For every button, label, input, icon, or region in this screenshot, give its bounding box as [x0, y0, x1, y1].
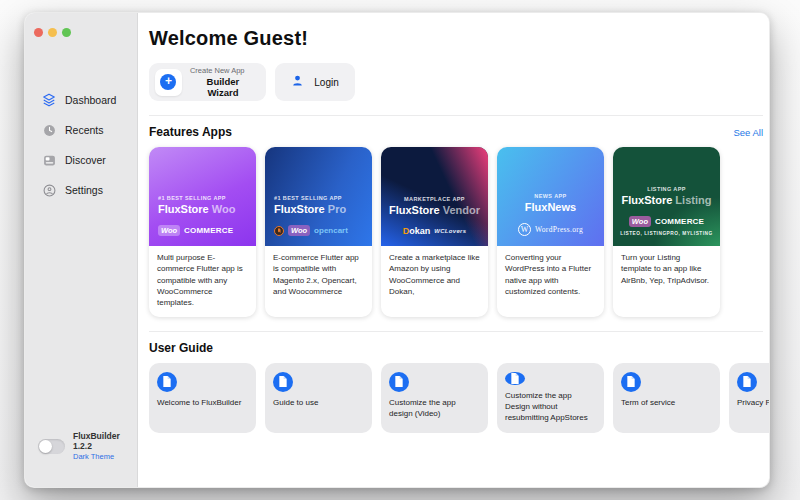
card-title: FluxStore Pro [274, 203, 364, 215]
close-button[interactable] [34, 28, 43, 37]
feature-card-fluxstore-vendor[interactable]: MARKETPLACE APP FluxStore Vendor Dokan W… [381, 147, 488, 317]
minimize-button[interactable] [48, 28, 57, 37]
card-title: FluxStore Woo [158, 203, 248, 215]
guide-card-privacy-policy[interactable]: Privacy Policy [729, 363, 769, 433]
woo-badge-icon: Woo [629, 216, 651, 227]
sidebar-item-dashboard[interactable]: Dashboard [25, 85, 137, 115]
guide-card-customize-without-resubmitting[interactable]: Customize the app Design without resubmi… [497, 363, 604, 433]
guide-card-term-of-service[interactable]: Term of service [613, 363, 720, 433]
create-button-subtitle: Create New App [190, 66, 245, 75]
plus-icon: + [155, 69, 182, 96]
woo-badge-icon: Woo [288, 225, 310, 236]
feature-card-fluxstore-listing[interactable]: LISTING APP FluxStore Listing Woo COMMER… [613, 147, 720, 317]
card-hero: #1 BEST SELLING APP FluxStore Woo Woo CO… [149, 147, 256, 246]
magento-icon [274, 226, 284, 236]
card-tag: LISTING APP [647, 186, 686, 192]
card-tag: #1 BEST SELLING APP [274, 195, 364, 201]
sidebar-nav: Dashboard Recents [25, 85, 137, 205]
sidebar-item-label: Dashboard [65, 94, 116, 106]
create-button-title: Builder Wizard [190, 76, 256, 98]
sidebar-item-label: Discover [65, 154, 106, 166]
document-icon [621, 372, 641, 392]
card-title: FluxStore Listing [622, 194, 712, 206]
card-hero: MARKETPLACE APP FluxStore Vendor Dokan W… [381, 147, 488, 246]
dokan-logo: Dokan [403, 226, 431, 236]
user-guide-heading: User Guide [149, 341, 213, 355]
login-button[interactable]: Login [275, 63, 355, 101]
document-icon [505, 372, 525, 386]
platform-logos: Dokan WCLovers [403, 226, 467, 236]
dark-theme-label[interactable]: Dark Theme [73, 452, 137, 461]
document-icon [273, 372, 293, 392]
guide-card-label: Term of service [621, 398, 712, 409]
guide-card-label: Guide to use [273, 398, 364, 409]
card-description: Converting your WordPress into a Flutter… [497, 246, 604, 305]
window-controls [25, 13, 137, 37]
wordpress-logo: W WordPress.org [518, 223, 583, 236]
features-section-header: Features Apps See All [149, 125, 763, 139]
divider [149, 115, 763, 116]
card-title: FluxNews [525, 201, 576, 213]
card-hero: LISTING APP FluxStore Listing Woo COMMER… [613, 147, 720, 246]
wclovers-logo: WCLovers [434, 228, 466, 234]
create-new-app-button[interactable]: + Create New App Builder Wizard [149, 63, 266, 101]
document-icon [737, 372, 757, 392]
dark-theme-toggle[interactable] [38, 439, 65, 454]
woocommerce-logo: Woo COMMERCE [158, 225, 248, 236]
guide-card-label: Customize the app Design without resubmi… [505, 391, 596, 423]
account-icon [42, 183, 56, 197]
card-tag: NEWS APP [534, 193, 566, 199]
feature-card-fluxstore-woo[interactable]: #1 BEST SELLING APP FluxStore Woo Woo CO… [149, 147, 256, 317]
guide-card-label: Privacy Policy [737, 398, 769, 409]
sidebar: Dashboard Recents [25, 13, 138, 487]
feature-card-fluxstore-pro[interactable]: #1 BEST SELLING APP FluxStore Pro Woo op… [265, 147, 372, 317]
toggle-knob [39, 440, 52, 453]
card-tag: #1 BEST SELLING APP [158, 195, 248, 201]
app-window: Dashboard Recents [24, 12, 770, 488]
opencart-logo: opencart [314, 226, 348, 235]
guide-card-welcome[interactable]: Welcome to FluxBuilder [149, 363, 256, 433]
guide-section-header: User Guide [149, 341, 763, 355]
divider [149, 331, 763, 332]
guide-card-guide-to-use[interactable]: Guide to use [265, 363, 372, 433]
guide-card-label: Customize the app design (Video) [389, 398, 480, 420]
card-title: FluxStore Vendor [389, 204, 480, 216]
user-guide-row: Welcome to FluxBuilder Guide to use Cust… [149, 363, 769, 433]
card-hero: NEWS APP FluxNews W WordPress.org [497, 147, 604, 246]
card-hero: #1 BEST SELLING APP FluxStore Pro Woo op… [265, 147, 372, 246]
features-heading: Features Apps [149, 125, 232, 139]
sidebar-item-label: Settings [65, 184, 103, 196]
main-content: Welcome Guest! + Create New App Builder … [138, 13, 769, 487]
zoom-button[interactable] [62, 28, 71, 37]
sidebar-item-settings[interactable]: Settings [25, 175, 137, 205]
wordpress-icon: W [518, 223, 531, 236]
dashboard-cube-icon [42, 93, 56, 107]
card-tag: MARKETPLACE APP [404, 196, 465, 202]
user-icon [291, 74, 304, 90]
document-icon [157, 372, 177, 392]
page-title: Welcome Guest! [149, 27, 769, 50]
features-cards-row: #1 BEST SELLING APP FluxStore Woo Woo CO… [149, 147, 769, 317]
card-description: E-commerce Flutter app is compatible wit… [265, 246, 372, 305]
woocommerce-logo: Woo COMMERCE [629, 216, 704, 227]
card-description: Multi purpose E-commerce Flutter app is … [149, 246, 256, 317]
discover-icon [42, 153, 56, 167]
sidebar-item-discover[interactable]: Discover [25, 145, 137, 175]
card-description: Turn your Listing template to an app lik… [613, 246, 720, 294]
listing-platforms-label: LISTEO, LISTINGPRO, MYLISTING [620, 231, 713, 236]
sidebar-item-label: Recents [65, 124, 104, 136]
sidebar-footer: FluxBuilder 1.2.2 Dark Theme [25, 431, 137, 487]
app-version: FluxBuilder 1.2.2 [73, 431, 137, 451]
document-icon [389, 372, 409, 392]
woo-badge-icon: Woo [158, 225, 180, 236]
clock-icon [42, 123, 56, 137]
platform-logos: Woo opencart [274, 225, 364, 236]
login-button-label: Login [314, 77, 338, 88]
guide-card-label: Welcome to FluxBuilder [157, 398, 248, 409]
guide-card-customize-design-video[interactable]: Customize the app design (Video) [381, 363, 488, 433]
sidebar-item-recents[interactable]: Recents [25, 115, 137, 145]
actions-row: + Create New App Builder Wizard Login [149, 63, 769, 101]
card-description: Create a marketplace like Amazon by usin… [381, 246, 488, 305]
see-all-link[interactable]: See All [733, 127, 763, 138]
feature-card-fluxnews[interactable]: NEWS APP FluxNews W WordPress.org Conver… [497, 147, 604, 317]
